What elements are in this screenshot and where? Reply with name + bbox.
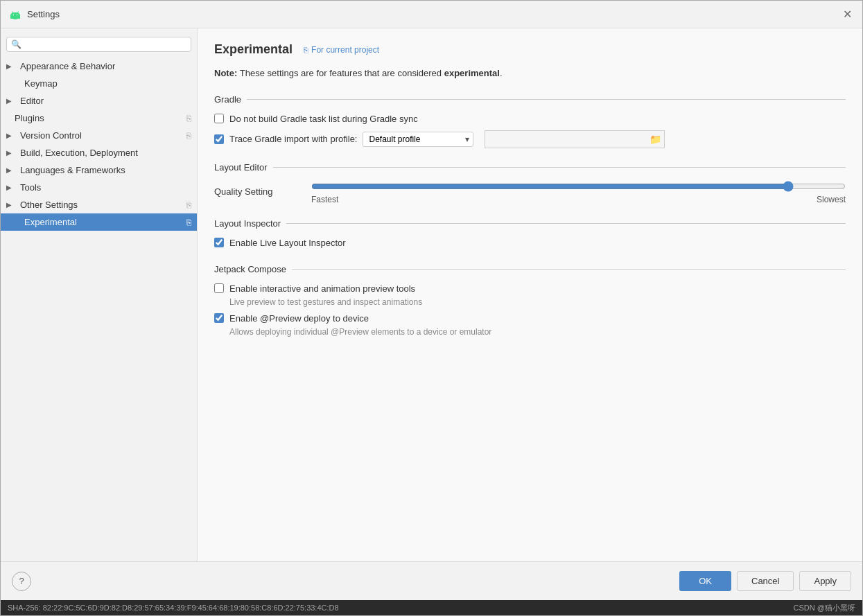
action-buttons: OK Cancel Apply (679, 571, 851, 591)
section-header-layout-inspector: Layout Inspector (214, 218, 846, 229)
chevron-right-icon: ▶ (6, 97, 16, 105)
checkbox-label-interactive-animation[interactable]: Enable interactive and animation preview… (229, 283, 415, 294)
sidebar-item-tools[interactable]: ▶ Tools (1, 179, 197, 196)
section-divider (286, 223, 846, 224)
dropdown-wrapper: Default profile Custom profile (363, 132, 473, 147)
checkbox-trace-gradle[interactable] (214, 134, 224, 144)
content-header: Experimental ⎘ For current project (214, 42, 846, 57)
sidebar: 🔍 ▶ Appearance & Behavior Keymap ▶ Edito… (1, 28, 198, 561)
android-icon (9, 8, 21, 21)
section-title-jetpack-compose: Jetpack Compose (214, 264, 292, 274)
sidebar-item-build-execution-deployment[interactable]: ▶ Build, Execution, Deployment (1, 144, 197, 161)
sidebar-item-experimental[interactable]: Experimental ⎘ (1, 213, 197, 231)
hint-interactive-animation: Live preview to test gestures and inspec… (229, 297, 846, 307)
checkbox-row-interactive-animation: Enable interactive and animation preview… (214, 281, 846, 296)
sidebar-item-label: Build, Execution, Deployment (20, 148, 191, 158)
sidebar-item-other-settings[interactable]: ▶ Other Settings ⎘ (1, 196, 197, 213)
sidebar-item-label: Version Control (20, 130, 182, 141)
checkbox-no-build-gradle-task[interactable] (214, 114, 224, 123)
file-chooser-button[interactable]: 📁 (485, 130, 665, 148)
help-button[interactable]: ? (12, 572, 31, 591)
slider-container: Fastest Slowest (311, 179, 846, 204)
checkbox-label-no-build[interactable]: Do not build Gradle task list during Gra… (229, 114, 418, 124)
search-box[interactable]: 🔍 (6, 37, 191, 52)
sidebar-item-languages-frameworks[interactable]: ▶ Languages & Frameworks (1, 161, 197, 179)
quality-setting-row: Quality Setting Fastest Slowest (214, 179, 846, 204)
for-project-label: For current project (311, 45, 379, 55)
section-header-jetpack-compose: Jetpack Compose (214, 264, 846, 274)
section-divider (273, 167, 846, 168)
note-prefix: Note: (214, 68, 240, 78)
gradle-section: Gradle Do not build Gradle task list dur… (214, 94, 846, 148)
chevron-right-icon: ▶ (6, 201, 16, 209)
jetpack-compose-section: Jetpack Compose Enable interactive and a… (214, 264, 846, 337)
bottom-bar: ? OK Cancel Apply (1, 561, 862, 600)
chevron-right-icon: ▶ (6, 149, 16, 157)
window-title: Settings (27, 9, 60, 19)
section-divider (247, 99, 846, 100)
ok-button[interactable]: OK (679, 571, 731, 591)
sidebar-item-appearance-behavior[interactable]: ▶ Appearance & Behavior (1, 58, 197, 75)
section-title-gradle: Gradle (214, 94, 247, 105)
sidebar-item-label: Experimental (24, 217, 182, 227)
trace-row: Trace Gradle import with profile: Defaul… (214, 130, 846, 148)
apply-button[interactable]: Apply (799, 571, 851, 591)
copy-small-icon: ⎘ (304, 46, 308, 54)
page-title: Experimental (214, 42, 293, 57)
sidebar-item-version-control[interactable]: ▶ Version Control ⎘ (1, 127, 197, 144)
checkbox-enable-preview-deploy[interactable] (214, 313, 224, 323)
sidebar-item-editor[interactable]: ▶ Editor (1, 92, 197, 109)
chevron-right-icon: ▶ (6, 62, 16, 70)
copy-icon: ⎘ (186, 200, 191, 210)
checkbox-row-preview-deploy: Enable @Preview deploy to device (214, 311, 846, 326)
section-header-gradle: Gradle (214, 94, 846, 105)
settings-window: Settings ✕ 🔍 ▶ Appearance & Behavior Key… (0, 0, 863, 616)
slider-labels: Fastest Slowest (311, 195, 846, 204)
svg-point-3 (13, 14, 15, 15)
status-bar: SHA-256: 82:22:9C:5C:6D:9D:82:D8:29:57:6… (1, 600, 862, 615)
section-title-layout-editor: Layout Editor (214, 162, 273, 173)
search-icon: 🔍 (11, 39, 21, 49)
search-input[interactable] (24, 39, 186, 49)
checkbox-label-preview-deploy[interactable]: Enable @Preview deploy to device (229, 313, 369, 324)
for-project-link[interactable]: ⎘ For current project (304, 45, 379, 55)
sidebar-item-keymap[interactable]: Keymap (1, 75, 197, 92)
sidebar-item-label: Languages & Frameworks (20, 165, 191, 175)
slider-label-fastest: Fastest (311, 195, 338, 204)
folder-icon: 📁 (650, 134, 661, 145)
section-header-layout-editor: Layout Editor (214, 162, 846, 173)
chevron-right-icon: ▶ (6, 166, 16, 174)
quality-setting-label: Quality Setting (214, 186, 297, 197)
layout-editor-section: Layout Editor Quality Setting Fastest Sl… (214, 162, 846, 204)
svg-line-6 (17, 12, 19, 13)
note-bold: experimental (444, 68, 500, 78)
sidebar-item-label: Tools (20, 182, 191, 193)
profile-dropdown[interactable]: Default profile Custom profile (363, 132, 473, 147)
quality-slider[interactable] (311, 181, 846, 192)
checkbox-label-live-layout[interactable]: Enable Live Layout Inspector (229, 238, 346, 248)
sidebar-item-label: Keymap (24, 78, 191, 89)
main-content: 🔍 ▶ Appearance & Behavior Keymap ▶ Edito… (1, 28, 862, 561)
hint-preview-deploy: Allows deploying individual @Preview ele… (229, 327, 846, 337)
cancel-button[interactable]: Cancel (737, 571, 794, 591)
chevron-right-icon: ▶ (6, 132, 16, 139)
svg-point-2 (10, 12, 20, 18)
svg-line-5 (12, 12, 14, 13)
section-divider (292, 269, 846, 270)
checkbox-enable-interactive-animation[interactable] (214, 283, 224, 293)
sidebar-item-label: Editor (20, 96, 191, 106)
trace-label[interactable]: Trace Gradle import with profile: (229, 134, 357, 144)
close-button[interactable]: ✕ (840, 8, 854, 21)
sidebar-item-plugins[interactable]: Plugins ⎘ (1, 109, 197, 127)
checkbox-enable-live-layout-inspector[interactable] (214, 238, 224, 247)
copy-icon: ⎘ (186, 114, 191, 123)
section-title-layout-inspector: Layout Inspector (214, 218, 286, 229)
slider-track (311, 179, 846, 193)
layout-inspector-section: Layout Inspector Enable Live Layout Insp… (214, 218, 846, 250)
status-bar-right: CSDN @猫小黑呀 (794, 603, 855, 613)
copy-icon: ⎘ (186, 218, 191, 227)
sidebar-item-label: Appearance & Behavior (20, 61, 191, 71)
content-area: Experimental ⎘ For current project Note:… (198, 28, 862, 561)
title-bar: Settings ✕ (1, 1, 862, 28)
checkbox-row-no-build: Do not build Gradle task list during Gra… (214, 112, 846, 126)
